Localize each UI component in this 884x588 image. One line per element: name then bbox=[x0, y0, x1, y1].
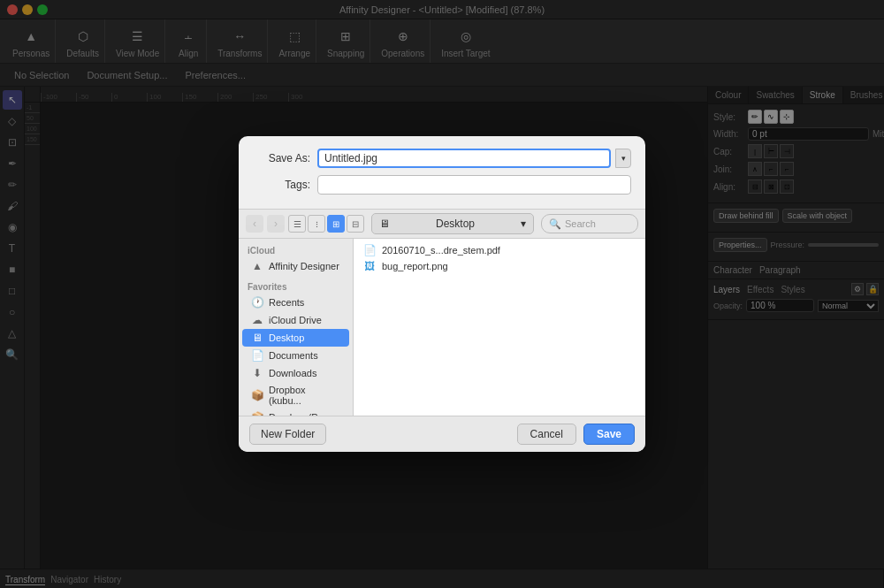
save-as-label: Save As: bbox=[253, 152, 310, 164]
icloud-icon: ☁ bbox=[251, 314, 263, 326]
recents-icon: 🕐 bbox=[251, 296, 263, 309]
dialog-overlay: Save As: ▾ Tags: ‹ › ☰ ⫶ ⊞ ⊟ 🖥 Desktop bbox=[0, 0, 884, 588]
save-as-input[interactable] bbox=[317, 149, 611, 168]
list-view-btn[interactable]: ☰ bbox=[288, 215, 306, 233]
pdf-icon: 📄 bbox=[362, 244, 377, 256]
save-format-dropdown[interactable]: ▾ bbox=[615, 149, 631, 168]
affinity-icon: ▲ bbox=[251, 260, 263, 272]
affinity-label: Affinity Designer bbox=[269, 261, 339, 271]
list-item[interactable]: 🖼 bug_report.png bbox=[357, 258, 642, 274]
location-label: Desktop bbox=[436, 218, 475, 230]
sidebar-item-icloud[interactable]: ☁ iCloud Drive bbox=[242, 311, 349, 329]
png-icon: 🖼 bbox=[362, 260, 377, 272]
view-buttons: ☰ ⫶ ⊞ ⊟ bbox=[288, 215, 364, 233]
save-as-row: Save As: ▾ bbox=[253, 149, 631, 168]
forward-button[interactable]: › bbox=[267, 215, 285, 233]
downloads-icon: ⬇ bbox=[251, 367, 263, 379]
dropbox-pers-icon: 📦 bbox=[251, 411, 263, 416]
location-chevron: ▾ bbox=[521, 218, 526, 230]
cancel-button[interactable]: Cancel bbox=[517, 424, 576, 445]
downloads-label: Downloads bbox=[269, 368, 316, 378]
search-icon: 🔍 bbox=[549, 218, 561, 230]
sidebar-item-dropbox-kubu[interactable]: 📦 Dropbox (kubu... bbox=[242, 382, 349, 409]
sidebar-item-documents[interactable]: 📄 Documents bbox=[242, 347, 349, 364]
dialog-footer: New Folder Cancel Save bbox=[239, 416, 645, 452]
file-name-2: bug_report.png bbox=[382, 261, 448, 271]
dialog-content: iCloud ▲ Affinity Designer Favorites 🕐 R… bbox=[239, 239, 645, 416]
new-folder-button[interactable]: New Folder bbox=[249, 424, 326, 445]
back-button[interactable]: ‹ bbox=[246, 215, 263, 233]
sidebar-item-desktop[interactable]: 🖥 Desktop bbox=[242, 329, 349, 347]
list-item[interactable]: 📄 20160710_s...dre_stem.pdf bbox=[357, 242, 642, 258]
desktop-label: Desktop bbox=[269, 332, 304, 343]
dropbox-kubu-icon: 📦 bbox=[251, 389, 263, 401]
documents-label: Documents bbox=[269, 350, 318, 361]
tags-row: Tags: bbox=[253, 175, 631, 195]
search-placeholder: Search bbox=[565, 218, 596, 229]
dropbox-pers-label: Dropbox (Pers... bbox=[269, 412, 339, 416]
favorites-section-label: Favorites bbox=[239, 280, 353, 294]
sidebar-item-recents[interactable]: 🕐 Recents bbox=[242, 294, 349, 311]
recents-label: Recents bbox=[269, 297, 304, 308]
save-button[interactable]: Save bbox=[583, 424, 635, 445]
sidebar-item-downloads[interactable]: ⬇ Downloads bbox=[242, 364, 349, 382]
tags-label: Tags: bbox=[253, 179, 310, 191]
dialog-sidebar: iCloud ▲ Affinity Designer Favorites 🕐 R… bbox=[239, 239, 354, 416]
file-list: 📄 20160710_s...dre_stem.pdf 🖼 bug_report… bbox=[354, 239, 645, 416]
location-icon: 🖥 bbox=[379, 218, 390, 230]
dialog-footer-right: Cancel Save bbox=[517, 424, 635, 445]
icloud-section-label: iCloud bbox=[239, 244, 353, 257]
dialog-nav: ‹ › ☰ ⫶ ⊞ ⊟ 🖥 Desktop ▾ 🔍 Search bbox=[239, 209, 645, 239]
file-name-1: 20160710_s...dre_stem.pdf bbox=[382, 245, 500, 256]
save-dialog: Save As: ▾ Tags: ‹ › ☰ ⫶ ⊞ ⊟ 🖥 Desktop bbox=[239, 136, 645, 452]
grid-view-btn[interactable]: ⊞ bbox=[327, 215, 345, 233]
dialog-top: Save As: ▾ Tags: bbox=[239, 136, 645, 209]
desktop-icon: 🖥 bbox=[251, 332, 263, 344]
sidebar-item-dropbox-pers[interactable]: 📦 Dropbox (Pers... bbox=[242, 409, 349, 416]
search-box: 🔍 Search bbox=[541, 214, 638, 233]
icloud-label: iCloud Drive bbox=[269, 315, 322, 325]
gallery-view-btn[interactable]: ⊟ bbox=[347, 215, 364, 233]
dropbox-kubu-label: Dropbox (kubu... bbox=[269, 385, 340, 406]
sidebar-item-affinity[interactable]: ▲ Affinity Designer bbox=[242, 257, 349, 275]
location-dropdown[interactable]: 🖥 Desktop ▾ bbox=[371, 213, 534, 234]
column-view-btn[interactable]: ⫶ bbox=[308, 215, 325, 233]
tags-input[interactable] bbox=[317, 175, 631, 195]
documents-icon: 📄 bbox=[251, 349, 263, 362]
